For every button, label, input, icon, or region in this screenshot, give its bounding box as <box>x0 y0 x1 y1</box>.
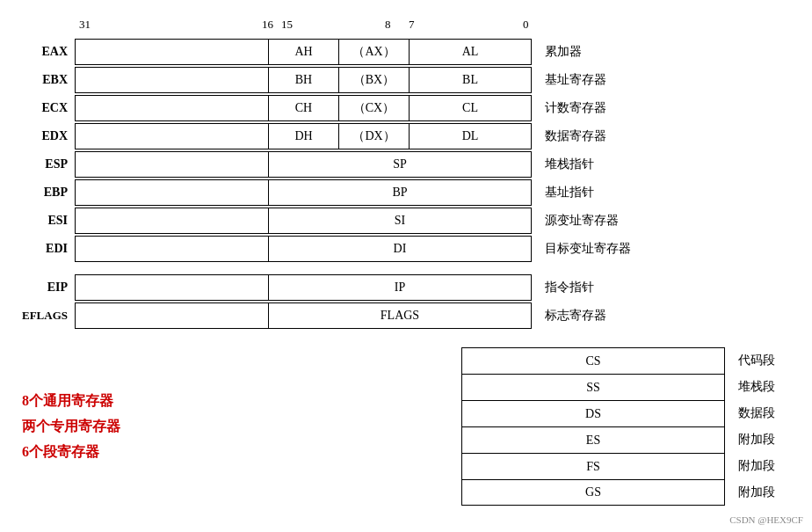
reg-dh: DH <box>269 124 339 149</box>
gap2 <box>18 330 794 340</box>
reg-cell-left-edi <box>75 236 268 262</box>
segment-registers-area: CS SS DS ES FS GS 代码段 堆栈段 数据段 附加段 附加段 附加… <box>268 347 775 506</box>
seg-desc-ss: 堆栈段 <box>738 374 775 400</box>
reg-cell-right-esi: SI <box>268 208 532 234</box>
reg-name-ebx: EBX <box>18 73 75 87</box>
reg-name-ecx: ECX <box>18 101 75 115</box>
reg-row-esi: ESI SI 源变址寄存器 <box>18 207 794 235</box>
general-registers-split: EAX AH （AX） AL 累加器 EBX BH <box>18 38 794 263</box>
reg-row-edi: EDI DI 目标变址寄存器 <box>18 235 794 263</box>
reg-name-ebp: EBP <box>18 186 75 200</box>
annotations-area: 8个通用寄存器 两个专用寄存器 6个段寄存器 <box>18 347 268 506</box>
reg-cell-right-ecx: CH （CX） CL <box>268 95 532 121</box>
reg-desc-edx: 数据寄存器 <box>545 128 650 144</box>
reg-ax: （AX） <box>339 40 410 64</box>
reg-cell-left-esp <box>75 151 268 178</box>
reg-desc-esi: 源变址寄存器 <box>545 213 650 229</box>
reg-desc-ecx: 计数寄存器 <box>545 100 650 116</box>
reg-cell-left-eflags <box>75 302 268 329</box>
reg-row-edx: EDX DH （DX） DL 数据寄存器 <box>18 122 794 150</box>
reg-cell-right-eax: AH （AX） AL <box>268 39 532 65</box>
seg-desc-gs: 附加段 <box>738 479 775 506</box>
bottom-area: 8个通用寄存器 两个专用寄存器 6个段寄存器 CS SS DS ES FS GS… <box>18 347 794 506</box>
reg-cx: （CX） <box>339 96 410 120</box>
reg-cell-left-eax <box>75 39 268 65</box>
reg-ch: CH <box>269 96 339 120</box>
watermark: CSDN @HEX9CF <box>729 514 803 525</box>
reg-dl: DL <box>410 124 531 149</box>
bit-15: 15 <box>281 18 293 32</box>
reg-bh: BH <box>269 68 339 92</box>
reg-cell-right-esp: SP <box>268 151 532 178</box>
reg-cell-left-ebp <box>75 179 268 206</box>
reg-al: AL <box>410 40 531 64</box>
reg-cell-left-esi <box>75 208 268 234</box>
reg-bl: BL <box>410 68 531 92</box>
reg-row-eflags: EFLAGS FLAGS 标志寄存器 <box>18 302 794 330</box>
seg-desc-fs: 附加段 <box>738 453 775 479</box>
seg-desc-ds: 数据段 <box>738 400 775 426</box>
reg-desc-eflags: 标志寄存器 <box>545 308 650 324</box>
seg-left-spacer <box>268 347 461 506</box>
reg-name-eax: EAX <box>18 45 75 59</box>
reg-row-ecx: ECX CH （CX） CL 计数寄存器 <box>18 94 794 122</box>
reg-name-esi: ESI <box>18 214 75 228</box>
seg-gs: GS <box>461 479 725 506</box>
reg-row-eip: EIP IP 指令指针 <box>18 273 794 302</box>
bit-16: 16 <box>262 18 273 32</box>
reg-desc-ebx: 基址寄存器 <box>545 72 650 88</box>
reg-desc-eax: 累加器 <box>545 44 650 60</box>
reg-cell-left-eip <box>75 274 268 301</box>
reg-name-eip: EIP <box>18 281 75 295</box>
reg-cell-left-ecx <box>75 95 268 121</box>
bit-numbers-row: 31 16 15 8 7 0 <box>79 18 545 35</box>
annotation-general: 8个通用寄存器 <box>22 392 268 411</box>
seg-ss: SS <box>461 374 725 400</box>
bit-31: 31 <box>79 18 91 32</box>
reg-desc-esp: 堆栈指针 <box>545 157 650 172</box>
seg-cs: CS <box>461 347 725 374</box>
reg-bx: （BX） <box>339 68 410 92</box>
reg-desc-edi: 目标变址寄存器 <box>545 241 650 257</box>
reg-cell-right-eip: IP <box>268 274 532 301</box>
gap1 <box>18 263 794 273</box>
reg-cell-left-ebx <box>75 67 268 93</box>
annotation-special: 两个专用寄存器 <box>22 418 268 436</box>
seg-desc-es: 附加段 <box>738 426 775 453</box>
reg-cell-right-edx: DH （DX） DL <box>268 123 532 149</box>
annotation-segment: 6个段寄存器 <box>22 443 268 462</box>
reg-row-ebp: EBP BP 基址指针 <box>18 179 794 207</box>
reg-row-eax: EAX AH （AX） AL 累加器 <box>18 38 794 66</box>
page-container: 31 16 15 8 7 0 EAX AH （AX） AL 累加器 <box>18 18 794 506</box>
seg-ds: DS <box>461 400 725 426</box>
bit-8: 8 <box>385 18 391 32</box>
seg-descriptions: 代码段 堆栈段 数据段 附加段 附加段 附加段 <box>738 347 775 506</box>
reg-row-esp: ESP SP 堆栈指针 <box>18 150 794 179</box>
reg-cell-right-ebx: BH （BX） BL <box>268 67 532 93</box>
reg-desc-ebp: 基址指针 <box>545 185 650 200</box>
reg-cell-right-eflags: FLAGS <box>268 302 532 329</box>
bit-7: 7 <box>409 18 415 32</box>
reg-cell-right-ebp: BP <box>268 179 532 206</box>
bit-0: 0 <box>523 18 529 32</box>
reg-name-edx: EDX <box>18 129 75 143</box>
reg-cell-left-edx <box>75 123 268 149</box>
seg-fs: FS <box>461 453 725 479</box>
reg-row-ebx: EBX BH （BX） BL 基址寄存器 <box>18 66 794 94</box>
registers-area: EAX AH （AX） AL 累加器 EBX BH <box>18 38 794 330</box>
reg-desc-eip: 指令指针 <box>545 280 650 295</box>
seg-es: ES <box>461 426 725 453</box>
reg-cell-right-edi: DI <box>268 236 532 262</box>
reg-name-esp: ESP <box>18 157 75 171</box>
segment-cells: CS SS DS ES FS GS <box>461 347 725 506</box>
reg-name-edi: EDI <box>18 242 75 256</box>
seg-desc-cs: 代码段 <box>738 347 775 374</box>
reg-ah: AH <box>269 40 339 64</box>
reg-cl: CL <box>410 96 531 120</box>
reg-name-eflags: EFLAGS <box>18 309 75 323</box>
reg-dx: （DX） <box>339 124 410 149</box>
special-registers: EIP IP 指令指针 EFLAGS FLAGS 标志寄存器 <box>18 273 794 330</box>
